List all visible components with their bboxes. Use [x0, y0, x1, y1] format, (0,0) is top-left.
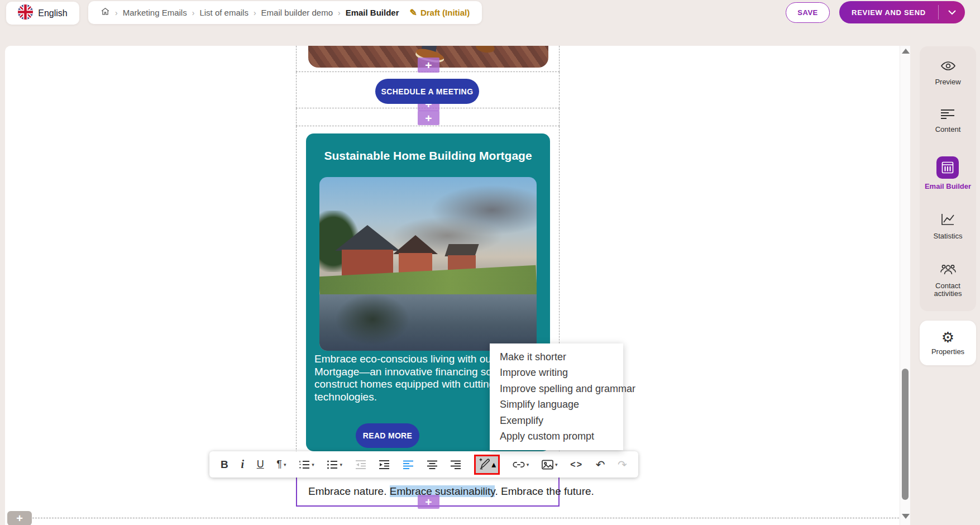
underline-button[interactable]: U [257, 459, 264, 470]
scroll-up-arrow[interactable] [902, 49, 910, 54]
insert-link-button[interactable]: ▾ [513, 460, 529, 470]
email-builder-icon [936, 156, 959, 179]
menu-item-make-it-shorter[interactable]: Make it shorter [490, 349, 623, 365]
sidebar-item-statistics[interactable]: Statistics [933, 213, 962, 240]
menu-item-improve-spelling-grammar[interactable]: Improve spelling and grammar [490, 381, 623, 397]
sidebar-item-email-builder[interactable]: Email Builder [925, 156, 971, 190]
insert-block-button[interactable]: + [418, 495, 439, 509]
pencil-icon: ✎ [410, 7, 417, 18]
breadcrumb-separator: › [254, 8, 256, 17]
bold-button[interactable]: B [221, 459, 228, 471]
schedule-a-meeting-button[interactable]: SCHEDULE A MEETING [375, 79, 479, 104]
undo-button[interactable]: ↶ [596, 459, 605, 470]
ai-assistant-menu: Make it shorter Improve writing Improve … [490, 343, 623, 450]
eye-icon [940, 60, 956, 74]
align-right-button[interactable] [450, 460, 461, 470]
review-and-send-label: REVIEW AND SEND [839, 8, 938, 17]
indent-button[interactable] [379, 460, 390, 470]
gear-icon: ⚙ [941, 330, 954, 345]
breadcrumb-separator: › [115, 8, 118, 17]
sidebar-item-contact-activities[interactable]: Contact activities [923, 262, 973, 298]
unordered-list-button[interactable]: ▾ [327, 460, 342, 470]
outdent-button[interactable] [355, 460, 366, 470]
breadcrumb-separator: › [338, 8, 341, 17]
redo-button[interactable]: ↷ [618, 459, 627, 470]
italic-button[interactable]: i [241, 458, 244, 471]
insert-block-button[interactable]: + [418, 58, 439, 73]
uk-flag-icon [18, 4, 33, 22]
email-bottom-boundary [7, 518, 910, 518]
sidebar-item-preview[interactable]: Preview [935, 60, 960, 86]
insert-block-button[interactable]: + [418, 111, 439, 125]
text-formatting-toolbar: B i U ¶▾ ▾ ▾ ▴ ▾ [209, 451, 638, 478]
breadcrumb-item-list-of-emails[interactable]: List of emails [199, 8, 248, 17]
content-lines-icon [940, 108, 955, 122]
ai-dropdown-caret: ▴ [491, 459, 496, 470]
read-more-button[interactable]: READ MORE [356, 423, 419, 448]
save-button[interactable]: SAVE [786, 2, 830, 23]
menu-item-apply-custom-prompt[interactable]: Apply custom prompt [490, 429, 623, 445]
selected-text: Embrace sustainability [390, 485, 495, 497]
houses-waterfront-image[interactable] [319, 177, 537, 351]
code-view-button[interactable]: <> [570, 460, 583, 470]
paragraph-format-button[interactable]: ¶▾ [276, 459, 286, 470]
top-bar: English › Marketing Emails › List of ema… [0, 0, 980, 34]
breadcrumb-item-email-builder: Email Builder [346, 8, 399, 17]
breadcrumb-separator: › [192, 8, 195, 17]
add-section-button[interactable]: + [7, 511, 32, 525]
ai-pen-icon [478, 457, 490, 472]
ai-assistant-button[interactable]: ▴ [474, 455, 500, 475]
menu-item-improve-writing[interactable]: Improve writing [490, 365, 623, 381]
home-icon[interactable] [101, 7, 110, 18]
footer-text: Embrace nature. Embrace sustainability. … [308, 485, 594, 498]
review-send-dropdown[interactable] [938, 5, 965, 20]
properties-label: Properties [931, 347, 964, 356]
canvas-scrollbar[interactable] [900, 46, 910, 525]
insert-image-button[interactable]: ▾ [542, 460, 558, 470]
breadcrumb-item-marketing-emails[interactable]: Marketing Emails [123, 8, 187, 17]
sidebar-item-content[interactable]: Content [935, 108, 961, 133]
properties-button[interactable]: ⚙ Properties [920, 321, 976, 365]
breadcrumb: › Marketing Emails › List of emails › Em… [88, 1, 482, 24]
statistics-chart-icon [940, 213, 955, 228]
draft-status-label: Draft (Initial) [420, 8, 470, 17]
breadcrumb-item-email-builder-demo[interactable]: Email builder demo [261, 8, 333, 17]
language-label: English [38, 8, 67, 18]
draft-status-badge: ✎ Draft (Initial) [410, 7, 470, 18]
contacts-people-icon [940, 262, 956, 278]
review-and-send-button[interactable]: REVIEW AND SEND [839, 1, 965, 23]
ordered-list-button[interactable]: ▾ [299, 460, 314, 470]
right-sidebar: Preview Content Email Builder Statistics… [920, 46, 976, 311]
mortgage-card-title: Sustainable Home Building Mortgage [306, 149, 550, 163]
align-center-button[interactable] [427, 460, 438, 470]
menu-item-exemplify[interactable]: Exemplify [490, 413, 623, 429]
language-selector[interactable]: English [6, 2, 79, 25]
scroll-down-arrow[interactable] [902, 514, 910, 519]
align-left-button[interactable] [403, 460, 414, 470]
email-canvas: + + + SCHEDULE A MEETING Sustainable Hom… [5, 46, 910, 525]
menu-item-simplify-language[interactable]: Simplify language [490, 397, 623, 413]
scrollbar-thumb[interactable] [902, 369, 909, 500]
